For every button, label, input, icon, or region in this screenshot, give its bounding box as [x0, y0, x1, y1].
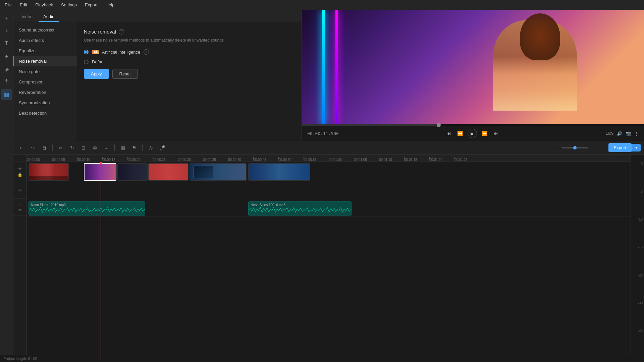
apply-button[interactable]: Apply	[84, 69, 109, 79]
crop-button[interactable]: ⊡	[79, 143, 88, 153]
ruler-mark-15: 00:01:15	[404, 158, 417, 162]
snap-button[interactable]: ◎	[146, 143, 155, 153]
video-clip-6[interactable]	[248, 163, 310, 181]
ruler-mark-9: 00:00:45	[253, 158, 266, 162]
next-frame-button[interactable]: ⏩	[480, 129, 489, 137]
eye-icon[interactable]: 👁	[18, 167, 22, 171]
menu-export[interactable]: Export	[84, 2, 99, 8]
reset-button[interactable]: Reset	[112, 69, 138, 79]
color-icon[interactable]: ◈	[1, 64, 12, 74]
ruler-mark-14: 00:01:10	[379, 158, 392, 162]
mic-button[interactable]: 🎤	[157, 143, 167, 153]
db-20: -20	[631, 274, 644, 277]
sidebar-item-noise-gate[interactable]: Noise gate	[13, 66, 77, 77]
timeline-section: ↩ ↪ 🗑 ✂ ↻ ⊡ ◎ ≡ ▦ ⚑ ◎ 🎤 −	[13, 141, 644, 362]
audio-clip-2-label: Neon Skies 12010.mp3	[251, 203, 285, 207]
text-icon[interactable]: T	[1, 38, 12, 49]
preview-controls: 00:00:11.500 ⏮ ⏪ ▶ ⏩ ⏭ 16:9 🔊 📷 ⋮	[302, 126, 644, 141]
video-clip-2[interactable]	[84, 163, 116, 181]
lock-icon[interactable]: 🔒	[17, 172, 22, 177]
ruler-mark-8: 00:00:40	[228, 158, 241, 162]
waveform-track-controls: 👁	[13, 182, 26, 199]
more-options-icon[interactable]: ⋮	[634, 131, 639, 136]
menu-settings[interactable]: Settings	[60, 2, 78, 8]
zoom-out-button[interactable]: −	[550, 143, 559, 153]
audio-panel-icon[interactable]: ▦	[1, 89, 12, 100]
db-10: -10	[631, 218, 644, 221]
audio-clip-2[interactable]: Neon Skies 12010.mp3	[248, 201, 352, 216]
play-pause-button[interactable]: ▶	[468, 129, 477, 138]
skip-to-end-button[interactable]: ⏭	[492, 129, 499, 137]
menu-file[interactable]: File	[3, 2, 13, 8]
audio-clip-1[interactable]: Neon Skies 12010.mp3	[29, 201, 145, 216]
redo-button[interactable]: ↪	[28, 143, 38, 153]
effects-icon[interactable]: ✦	[1, 51, 12, 62]
note-icon[interactable]: ♪	[19, 202, 21, 206]
sidebar-item-reverberation[interactable]: Reverberation	[13, 87, 77, 98]
ruler-mark-13: 00:01:05	[354, 158, 367, 162]
sidebar-item-synchronization[interactable]: Synchronization	[13, 98, 77, 108]
waveform-eye-icon[interactable]: 👁	[18, 188, 22, 193]
left-toolbar: ＋ ♪ T ✦ ◈ ⏱ ▦	[0, 10, 13, 362]
expand-left-icon[interactable]: ⬅	[18, 207, 22, 212]
toolbar-divider-2	[114, 144, 115, 151]
sidebar-item-sound-autocorrect[interactable]: Sound autocorrect	[13, 25, 77, 35]
default-radio-button[interactable]	[84, 60, 89, 64]
playhead[interactable]	[101, 162, 101, 362]
volume-icon[interactable]: 🔊	[617, 131, 622, 136]
tab-audio[interactable]: Audio	[39, 12, 59, 22]
ruler-mark-1: 00:00:05	[52, 158, 65, 162]
sidebar-item-equalizer[interactable]: Equalizer	[13, 46, 77, 56]
camera-icon[interactable]: 📷	[626, 131, 631, 136]
video-track-controls: 👁 🔒	[13, 162, 26, 182]
default-option[interactable]: Default	[84, 59, 295, 64]
motion-button[interactable]: ▦	[118, 143, 127, 153]
ruler-mark-17: 00:01:25	[454, 158, 468, 162]
cut-button[interactable]: ✂	[56, 143, 65, 153]
export-button[interactable]: Export	[608, 143, 632, 152]
track-sidebar: 👁 🔒 👁 ♪ ⬅	[13, 155, 27, 362]
flag-button[interactable]: ⚑	[129, 143, 139, 153]
video-clip-1[interactable]	[29, 163, 69, 181]
delete-button[interactable]: 🗑	[40, 143, 49, 153]
skip-to-start-button[interactable]: ⏮	[445, 129, 452, 137]
split-button[interactable]: ≡	[102, 143, 111, 153]
keyframe-button[interactable]: ◎	[90, 143, 100, 153]
zoom-control: − +	[550, 143, 600, 153]
tab-video[interactable]: Video	[17, 12, 37, 22]
menu-edit[interactable]: Edit	[18, 2, 29, 8]
db-0: 0	[631, 162, 644, 166]
video-clip-4[interactable]	[148, 163, 189, 181]
export-dropdown-button[interactable]: ▼	[632, 144, 641, 152]
add-media-icon[interactable]: ＋	[1, 13, 12, 23]
default-option-label: Default	[92, 59, 106, 64]
ai-option-label: Artificial intelligence	[102, 50, 140, 55]
sidebar-item-noise-removal[interactable]: Noise removal	[13, 56, 77, 66]
audio-track-controls: ♪ ⬅	[13, 199, 26, 216]
video-clip-3[interactable]	[117, 163, 148, 181]
zoom-in-button[interactable]: +	[590, 143, 600, 153]
sidebar-item-beat-detection[interactable]: Beat detection	[13, 108, 77, 118]
preview-area: 00:00:11.500 ⏮ ⏪ ▶ ⏩ ⏭ 16:9 🔊 📷 ⋮	[302, 10, 644, 141]
menu-help[interactable]: Help	[104, 2, 116, 8]
video-track-row	[27, 162, 631, 182]
rotate-button[interactable]: ↻	[67, 143, 77, 153]
ai-help-icon[interactable]: ?	[144, 49, 149, 55]
audio-clip-1-label: Neon Skies 12010.mp3	[31, 203, 66, 207]
ai-option[interactable]: AI Artificial intelligence ?	[84, 49, 295, 55]
prev-frame-button[interactable]: ⏪	[456, 129, 464, 137]
menu-playback[interactable]: Playback	[34, 2, 54, 8]
aspect-ratio-badge: 16:9	[606, 131, 613, 136]
top-section: Video Audio Sound autocorrect Audio effe…	[13, 10, 644, 141]
ruler-mark-0: 00:00:00	[27, 158, 40, 162]
ai-radio-button[interactable]	[84, 50, 89, 54]
music-icon[interactable]: ♪	[1, 25, 12, 36]
noise-removal-help-icon[interactable]: ?	[119, 29, 124, 35]
video-clip-5[interactable]	[190, 163, 247, 181]
undo-button[interactable]: ↩	[17, 143, 26, 153]
sidebar-item-compressor[interactable]: Compressor	[13, 77, 77, 87]
zoom-slider[interactable]	[561, 147, 588, 148]
clock-icon[interactable]: ⏱	[1, 76, 12, 87]
preview-video	[302, 10, 644, 124]
sidebar-item-audio-effects[interactable]: Audio effects	[13, 35, 77, 46]
